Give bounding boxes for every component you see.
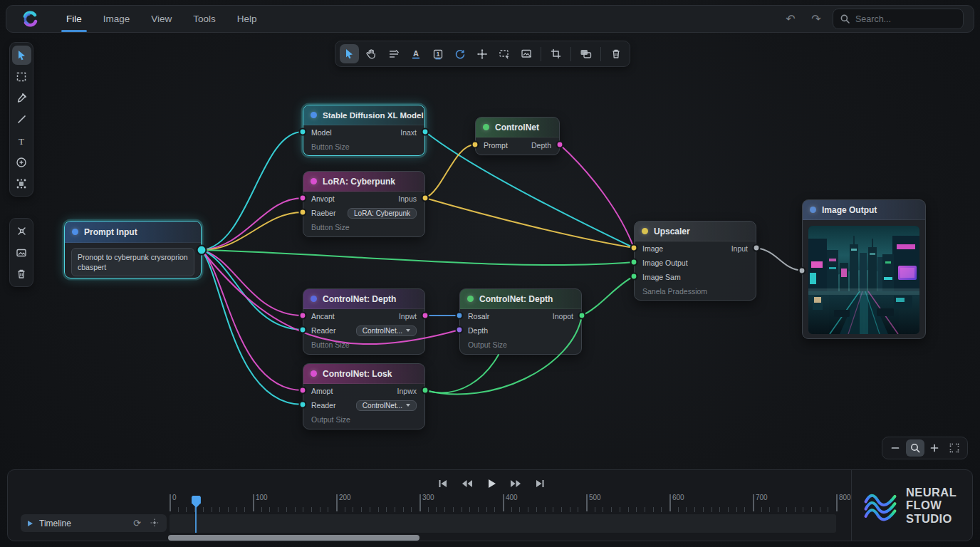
hand-tool[interactable] bbox=[362, 44, 381, 63]
port-losk-in[interactable] bbox=[300, 387, 306, 394]
node-header[interactable]: ControlNet: Depth bbox=[303, 289, 424, 309]
port-cnd-a-in[interactable] bbox=[300, 313, 306, 319]
transform-tool[interactable] bbox=[12, 174, 31, 193]
port-model-out[interactable] bbox=[422, 129, 429, 135]
horizontal-scrollbar[interactable] bbox=[168, 535, 419, 541]
menu-file[interactable]: File bbox=[56, 6, 93, 32]
select-tool[interactable] bbox=[12, 46, 31, 65]
edge bbox=[202, 250, 634, 265]
eyedropper-tool[interactable] bbox=[12, 88, 31, 108]
node-controlnet[interactable]: ControlNet Prompt Depth bbox=[475, 117, 560, 155]
port-upscaler-image-sam[interactable] bbox=[631, 274, 637, 280]
node-header[interactable]: Upscaler bbox=[635, 222, 756, 241]
node-upscaler[interactable]: Upscaler Image Input Image Output Image … bbox=[634, 221, 756, 301]
node-status-dot bbox=[810, 207, 816, 213]
zoom-out-button[interactable] bbox=[886, 439, 905, 457]
crop-tool[interactable] bbox=[546, 44, 565, 63]
node-title: ControlNet bbox=[495, 123, 539, 132]
menu-image[interactable]: Image bbox=[93, 6, 141, 32]
port-upscaler-image-output[interactable] bbox=[631, 259, 637, 266]
port-upscaler-out[interactable] bbox=[754, 245, 760, 251]
prompt-text-field[interactable]: Pronopt to cyberpunk crysroprion cbasper… bbox=[71, 248, 194, 276]
port-upscaler-image[interactable] bbox=[631, 245, 637, 251]
undo-icon[interactable]: ↶ bbox=[781, 10, 800, 28]
node-lora-cyberpunk[interactable]: LoRA: Cyberpunk Anvopt Inpus Raeber LoRA… bbox=[303, 171, 425, 237]
output-image-preview[interactable] bbox=[808, 226, 919, 334]
move-icon[interactable] bbox=[150, 518, 160, 528]
node-header[interactable]: Prompt Input bbox=[65, 222, 201, 243]
skip-end-icon[interactable] bbox=[531, 475, 549, 492]
node-header[interactable]: Image Output bbox=[803, 200, 925, 220]
node-image-output[interactable]: Image Output bbox=[802, 199, 926, 339]
timeline-ruler[interactable]: 0100200300400500600700800 bbox=[170, 494, 836, 512]
node-stable-diffusion-xl[interactable]: Stable Diffusion XL Model Model Inaxt Bu… bbox=[303, 105, 425, 156]
controlnet-dropdown[interactable]: ControlNet... bbox=[356, 325, 417, 336]
rotate-tool[interactable] bbox=[450, 44, 469, 63]
search-box[interactable] bbox=[833, 9, 964, 29]
node-controlnet-losk[interactable]: ControlNet: Losk Amopt Inpwx Reader Cont… bbox=[303, 363, 425, 429]
move-tool[interactable] bbox=[472, 44, 491, 63]
node-row: Button Size bbox=[303, 140, 424, 154]
controlnet-dropdown[interactable]: ControlNet... bbox=[356, 400, 417, 411]
loop-icon[interactable]: ⟳ bbox=[133, 518, 141, 528]
skip-start-icon[interactable] bbox=[434, 475, 452, 492]
select-tool[interactable] bbox=[340, 44, 359, 63]
layers-tool[interactable] bbox=[576, 44, 595, 63]
line-tool[interactable] bbox=[12, 110, 31, 129]
node-status-dot bbox=[483, 124, 489, 130]
redo-icon[interactable]: ↷ bbox=[807, 10, 825, 28]
ellipse-add-tool[interactable] bbox=[12, 152, 31, 172]
marquee-select-tool[interactable] bbox=[494, 44, 514, 63]
text-tool[interactable]: T bbox=[12, 131, 31, 150]
expand-triangle-icon[interactable] bbox=[28, 521, 33, 526]
port-losk-reader[interactable] bbox=[300, 402, 306, 408]
trash-tool[interactable] bbox=[606, 44, 625, 63]
fit-view-button[interactable] bbox=[945, 439, 964, 457]
search-input[interactable] bbox=[855, 14, 948, 24]
text-format-tool[interactable]: A bbox=[406, 44, 425, 63]
adjust-tool[interactable] bbox=[12, 222, 31, 241]
node-controlnet-depth-b[interactable]: ControlNet: Depth Rosalr Inopot Depth Ou… bbox=[459, 288, 582, 355]
play-icon[interactable] bbox=[482, 475, 501, 492]
node-header[interactable]: ControlNet: Losk bbox=[303, 364, 424, 384]
port-losk-out[interactable] bbox=[422, 387, 429, 394]
align-lines-tool[interactable] bbox=[384, 44, 403, 63]
node-header[interactable]: Stable Diffusion XL Model bbox=[303, 105, 424, 125]
port-cnd-b-in[interactable] bbox=[457, 313, 463, 319]
node-title: ControlNet: Losk bbox=[323, 369, 392, 379]
fast-forward-icon[interactable] bbox=[506, 475, 525, 492]
timeline-track[interactable] bbox=[170, 514, 836, 533]
number-box-tool[interactable]: 1 bbox=[428, 44, 447, 63]
port-prompt-in[interactable] bbox=[472, 142, 479, 148]
port-cnd-a-reader[interactable] bbox=[300, 327, 306, 333]
node-row: Button Size bbox=[303, 220, 424, 234]
port-cnd-a-out[interactable] bbox=[422, 313, 429, 319]
port-lora-in[interactable] bbox=[300, 195, 306, 202]
trash-tool[interactable] bbox=[12, 264, 31, 283]
image-select-tool[interactable] bbox=[516, 44, 536, 63]
node-prompt-input[interactable]: Prompt Input Pronopt to cyberpunk crysro… bbox=[64, 221, 202, 278]
lora-select-button[interactable]: LoRA: Cyberpunk bbox=[348, 208, 417, 219]
menu-help[interactable]: Help bbox=[226, 6, 268, 32]
node-header[interactable]: ControlNet bbox=[476, 118, 559, 137]
port-prompt-output[interactable] bbox=[197, 246, 207, 255]
port-model-in[interactable] bbox=[300, 129, 306, 135]
node-controlnet-depth-a[interactable]: ControlNet: Depth Ancant Inpwt Reader Co… bbox=[303, 288, 425, 355]
port-cnd-b-out[interactable] bbox=[579, 313, 585, 319]
marquee-tool[interactable] bbox=[12, 67, 31, 86]
menu-tools[interactable]: Tools bbox=[182, 6, 226, 32]
node-header[interactable]: ControlNet: Depth bbox=[460, 289, 581, 309]
rewind-icon[interactable] bbox=[458, 475, 476, 492]
zoom-in-button[interactable] bbox=[925, 439, 944, 457]
port-depth-out[interactable] bbox=[557, 142, 563, 148]
port-lora-out[interactable] bbox=[422, 195, 429, 202]
app-logo-icon[interactable] bbox=[21, 9, 40, 28]
port-lora-reader[interactable] bbox=[300, 209, 306, 216]
timeline-layer-bar[interactable]: Timeline ⟳ bbox=[21, 514, 167, 532]
port-image-output-in[interactable] bbox=[799, 268, 806, 274]
zoom-magnifier-button[interactable] bbox=[906, 439, 924, 457]
image-frame-tool[interactable] bbox=[12, 243, 31, 262]
port-cnd-b-depth[interactable] bbox=[457, 327, 463, 333]
menu-view[interactable]: View bbox=[140, 6, 182, 32]
node-header[interactable]: LoRA: Cyberpunk bbox=[303, 172, 424, 192]
